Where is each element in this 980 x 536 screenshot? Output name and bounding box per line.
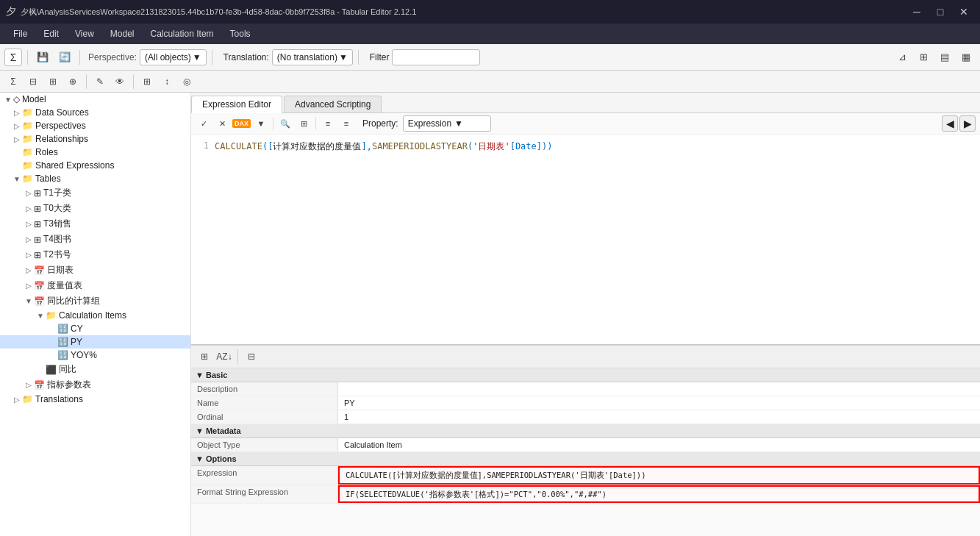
props-filter-btn[interactable]: ⊟	[243, 348, 260, 365]
tree-calcgroup[interactable]: ▼ 📅 同比的计算组	[0, 293, 190, 309]
bars-btn[interactable]: ⊞	[138, 73, 156, 90]
code-area[interactable]: 1 CALCULATE([计算对应数据的度量值],SAMEPERIODLASTY…	[191, 135, 980, 344]
close-button[interactable]: ✕	[954, 1, 974, 22]
prop-val-name[interactable]: PY	[338, 396, 980, 410]
menu-edit[interactable]: Edit	[36, 26, 66, 42]
ref-btn[interactable]: ⊞	[296, 115, 312, 132]
menu-file[interactable]: File	[6, 26, 35, 42]
align-left-btn[interactable]: ≡	[320, 115, 336, 132]
expand-t2[interactable]: ▷	[24, 250, 34, 260]
grid-icon[interactable]: ⊞	[914, 48, 933, 67]
calc-btn[interactable]: ⊕	[64, 73, 82, 90]
expand-perspectives[interactable]: ▷	[12, 121, 22, 131]
props-az-btn[interactable]: AZ↓	[215, 348, 233, 365]
nav-forward-btn[interactable]: ▶	[959, 115, 976, 132]
expand-translations[interactable]: ▷	[12, 394, 22, 404]
prop-val-ordinal[interactable]: 1	[338, 410, 980, 424]
tree-date[interactable]: ▷ 📅 日期表	[0, 262, 190, 278]
tab-advanced-scripting[interactable]: Advanced Scripting	[284, 96, 382, 112]
tree-relationships[interactable]: ▷ 📁 Relationships	[0, 132, 190, 146]
hierarchy-btn[interactable]: ⊞	[44, 73, 62, 90]
props-sort-btn[interactable]: ⊞	[196, 348, 213, 365]
section-basic[interactable]: ▼ Basic	[191, 368, 980, 382]
expand-date[interactable]: ▷	[24, 265, 34, 276]
expand-calcitems[interactable]: ▼	[35, 310, 46, 321]
tree-py[interactable]: ▷ 🔢 PY	[0, 335, 190, 349]
circle-btn[interactable]: ◎	[178, 73, 196, 90]
tree-tables[interactable]: ▼ 📁 Tables	[0, 172, 190, 185]
expand-measure[interactable]: ▷	[24, 281, 34, 291]
pencil-btn[interactable]: ✎	[91, 73, 109, 90]
filter-input[interactable]	[392, 49, 480, 65]
eye-btn[interactable]: 👁	[111, 73, 129, 90]
sum-btn[interactable]: Σ	[4, 73, 22, 90]
expand-t3[interactable]: ▷	[24, 219, 34, 229]
refresh-button[interactable]: 🔄	[55, 48, 74, 67]
minimize-button[interactable]: ─	[906, 1, 927, 22]
tree-tongbi[interactable]: ▷ ⬛ 同比	[0, 362, 190, 377]
section-basic-expand[interactable]: ▼	[196, 371, 204, 379]
panel-icon[interactable]: ▤	[935, 48, 954, 67]
accept-btn[interactable]: ✓	[196, 115, 212, 132]
expand-model[interactable]: ▼	[3, 94, 13, 104]
filter-label: Filter	[370, 52, 390, 62]
code-content[interactable]: CALCULATE([计算对应数据的度量值],SAMEPERIODLASTYEA…	[215, 140, 977, 338]
tree-measure[interactable]: ▷ 📅 度量值表	[0, 278, 190, 293]
tree-t4[interactable]: ▷ ⊞ T4图书	[0, 232, 190, 247]
sep-e2	[315, 117, 316, 130]
expand-datasources[interactable]: ▷	[12, 107, 22, 118]
expand-relationships[interactable]: ▷	[12, 134, 22, 144]
perspective-select[interactable]: (All objects) ▼	[140, 49, 207, 65]
expand-t1[interactable]: ▷	[24, 188, 34, 199]
prop-val-expression[interactable]: CALCULATE([计算对应数据的度量值],SAMEPERIODLASTYEA…	[338, 466, 980, 485]
maximize-button[interactable]: □	[930, 1, 951, 22]
tree-roles[interactable]: ▷ 📁 Roles	[0, 146, 190, 159]
tree-model[interactable]: ▼ ◇ Model	[0, 93, 190, 106]
translation-select[interactable]: (No translation) ▼	[272, 49, 353, 65]
section-metadata[interactable]: ▼ Metadata	[191, 424, 980, 438]
sep3	[212, 50, 212, 65]
layout-icon[interactable]: ▦	[956, 48, 976, 67]
discard-btn[interactable]: ✕	[214, 115, 230, 132]
tree-indexparams[interactable]: ▷ 📅 指标参数表	[0, 377, 190, 393]
search-btn[interactable]: 🔍	[277, 115, 293, 132]
tree-calcitems[interactable]: ▼ 📁 Calculation Items	[0, 309, 190, 322]
tree-cy[interactable]: ▷ 🔢 CY	[0, 322, 190, 335]
sort-btn[interactable]: ↕	[158, 73, 176, 90]
menu-view[interactable]: View	[68, 26, 101, 42]
section-metadata-expand[interactable]: ▼	[196, 426, 204, 435]
expand-t0[interactable]: ▷	[24, 204, 34, 214]
prop-val-description[interactable]	[338, 382, 980, 396]
save-button[interactable]: 💾	[33, 48, 52, 67]
section-options[interactable]: ▼ Options	[191, 452, 980, 466]
menu-model[interactable]: Model	[103, 26, 142, 42]
table-btn[interactable]: ⊟	[24, 73, 42, 90]
expand-indexparams[interactable]: ▷	[24, 380, 34, 390]
tree-translations[interactable]: ▷ 📁 Translations	[0, 393, 190, 406]
tree-yoy[interactable]: ▷ 🔢 YOY%	[0, 349, 190, 362]
tree-datasources[interactable]: ▷ 📁 Data Sources	[0, 106, 190, 119]
nav-back-btn[interactable]: ◀	[942, 115, 958, 132]
section-options-expand[interactable]: ▼	[196, 454, 204, 463]
menu-calculation-item[interactable]: Calculation Item	[143, 26, 221, 42]
tree-perspectives[interactable]: ▷ 📁 Perspectives	[0, 119, 190, 132]
dropdown-arrow[interactable]: ▼	[253, 115, 269, 132]
tab-expression-editor[interactable]: Expression Editor	[191, 96, 282, 113]
expand-t4[interactable]: ▷	[24, 235, 34, 245]
sigma-button[interactable]: Σ	[4, 49, 22, 66]
t3-icon: ⊞	[34, 219, 41, 229]
tree-shared-expressions[interactable]: ▷ 📁 Shared Expressions	[0, 159, 190, 172]
menu-tools[interactable]: Tools	[223, 26, 258, 42]
tree-t3[interactable]: ▷ ⊞ T3销售	[0, 216, 190, 232]
expand-calcgroup[interactable]: ▼	[24, 296, 34, 307]
py-icon: 🔢	[57, 337, 68, 347]
prop-key-name: Name	[191, 396, 338, 410]
property-select[interactable]: Expression ▼	[403, 115, 491, 132]
align-right-btn[interactable]: ≡	[338, 115, 354, 132]
tree-t2[interactable]: ▷ ⊞ T2书号	[0, 247, 190, 262]
tree-t1[interactable]: ▷ ⊞ T1子类	[0, 185, 190, 201]
tree-t0[interactable]: ▷ ⊞ T0大类	[0, 201, 190, 216]
expand-tables[interactable]: ▼	[12, 174, 22, 184]
prop-val-format-string[interactable]: IF(SELECTEDVALUE('指标参数表'[格式])="PCT","0.0…	[338, 485, 980, 504]
filter-icon[interactable]: ⊿	[893, 48, 912, 67]
